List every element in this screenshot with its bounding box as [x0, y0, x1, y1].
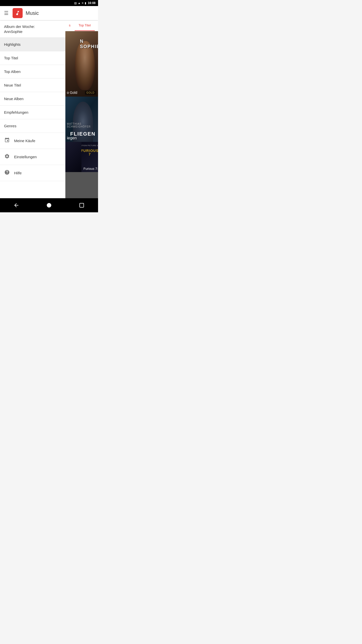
- purchase-icon: [4, 137, 10, 144]
- ann-sophie-card[interactable]: N SOPHIE o Gold GOLD: [65, 31, 98, 97]
- sidebar-item-empfehlungen[interactable]: Empfehlungen: [0, 106, 65, 119]
- neue-titel-label: Neue Titel: [4, 83, 21, 87]
- home-button[interactable]: [43, 199, 55, 212]
- recents-icon: [79, 202, 85, 208]
- fliegen-card[interactable]: MATTHIAS SCHWEIGHÖFER FLIEGEN iegen: [65, 97, 98, 142]
- sidebar-item-top-titel[interactable]: Top Titel: [0, 51, 65, 65]
- matthias-name-text: MATTHIAS SCHWEIGHÖFER: [67, 123, 98, 128]
- ann-sophie-name-text: N SOPHIE: [80, 39, 98, 49]
- status-bar: ▨ ▲ ✕ ▮ 16:08: [0, 0, 98, 6]
- navigation-drawer: Album der Woche:AnnSophie Highlights Top…: [0, 20, 65, 198]
- right-content-panel: s Top Titel N SOPHIE o Gold GOLD MATTHIA…: [65, 20, 98, 198]
- gold-badge: GOLD: [85, 91, 96, 95]
- main-container: Album der Woche:AnnSophie Highlights Top…: [0, 20, 98, 198]
- tabs-bar: s Top Titel: [65, 20, 98, 31]
- furious-label: ORIGINAL MOTION PICTURE SOUNDTRACK: [81, 144, 98, 147]
- status-icons: ▨ ▲ ✕ ▮: [74, 2, 86, 5]
- top-titel-label: Top Titel: [4, 56, 18, 60]
- svg-rect-1: [80, 203, 84, 207]
- sidebar-item-neue-titel[interactable]: Neue Titel: [0, 78, 65, 92]
- neue-alben-label: Neue Alben: [4, 97, 24, 101]
- app-bar: ☰ Music: [0, 6, 98, 20]
- app-title: Music: [26, 10, 39, 16]
- recents-button[interactable]: [75, 199, 88, 212]
- drawer-header[interactable]: Album der Woche:AnnSophie: [0, 20, 65, 38]
- status-time: 16:08: [88, 1, 96, 5]
- furious-title: FURIOUS 7: [81, 149, 98, 156]
- highlights-label: Highlights: [4, 42, 21, 47]
- sidebar-item-top-alben[interactable]: Top Alben: [0, 65, 65, 78]
- sidebar-item-meine-kaufe[interactable]: Meine Käufe: [0, 133, 65, 149]
- furious-logo-container: FURIOUS 7: [81, 149, 98, 156]
- genres-label: Genres: [4, 124, 16, 128]
- vibrate-icon: ▨: [74, 2, 77, 5]
- battery-icon: ▮: [85, 2, 86, 5]
- fliegen-bottom-text: iegen: [67, 136, 77, 140]
- signal-icon: ▲: [78, 2, 80, 5]
- content-area: N SOPHIE o Gold GOLD MATTHIAS SCHWEIGHÖF…: [65, 31, 98, 198]
- help-icon: [4, 170, 10, 176]
- empfehlungen-label: Empfehlungen: [4, 110, 28, 114]
- einstellungen-label: Einstellungen: [14, 155, 37, 159]
- app-logo: [13, 8, 23, 18]
- sidebar-item-genres[interactable]: Genres: [0, 119, 65, 133]
- sidebar-item-highlights[interactable]: Highlights: [0, 38, 65, 51]
- meine-kaufe-label: Meine Käufe: [14, 139, 35, 143]
- furious-row: ORIGINAL MOTION PICTURE SOUNDTRACK FURIO…: [65, 142, 98, 172]
- tab-partial-s[interactable]: s: [65, 20, 75, 31]
- top-alben-label: Top Alben: [4, 69, 21, 74]
- drawer-header-title: Album der Woche:AnnSophie: [4, 24, 35, 34]
- back-icon: [13, 202, 19, 208]
- furious-empty-left: [65, 142, 81, 172]
- sidebar-item-hilfe[interactable]: Hilfe: [0, 165, 65, 181]
- hilfe-label: Hilfe: [14, 171, 22, 175]
- sidebar-item-einstellungen[interactable]: Einstellungen: [0, 149, 65, 165]
- settings-icon: [4, 153, 10, 160]
- go-gold-text: o Gold: [67, 91, 77, 95]
- music-note-icon: [15, 10, 20, 16]
- furious-subtitle: Furious 7:: [83, 167, 98, 171]
- no-sim-icon: ✕: [81, 2, 84, 5]
- tab-top-titel[interactable]: Top Titel: [75, 20, 95, 31]
- hamburger-icon[interactable]: ☰: [4, 10, 9, 16]
- sidebar-item-neue-alben[interactable]: Neue Alben: [0, 92, 65, 106]
- furious-card[interactable]: ORIGINAL MOTION PICTURE SOUNDTRACK FURIO…: [81, 142, 98, 172]
- home-icon: [46, 202, 52, 208]
- back-button[interactable]: [10, 199, 23, 212]
- bottom-navigation: [0, 198, 98, 212]
- svg-point-0: [47, 203, 51, 208]
